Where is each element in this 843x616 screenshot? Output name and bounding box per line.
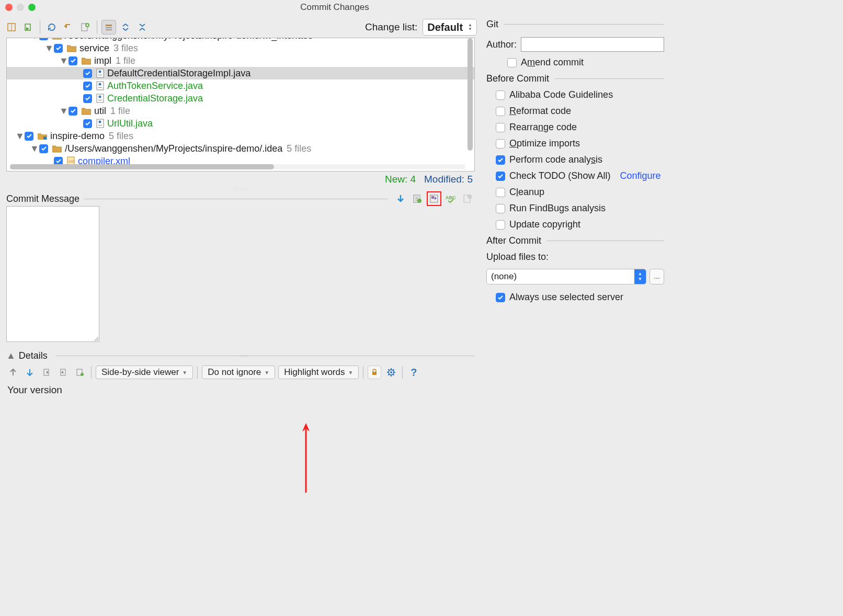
commit-message-input[interactable] [6, 206, 99, 342]
copyright-checkbox[interactable] [496, 220, 505, 230]
file-checkbox[interactable] [39, 144, 48, 153]
file-count: 1 file [110, 105, 130, 117]
tree-row[interactable]: AuthTokenService.java [7, 79, 474, 92]
revert-icon[interactable] [61, 20, 76, 35]
optimize-checkbox[interactable] [496, 139, 505, 149]
author-input[interactable] [521, 37, 664, 52]
svg-point-8 [99, 71, 101, 73]
prev-change-icon[interactable] [6, 366, 20, 379]
group-by-icon[interactable] [101, 20, 116, 35]
svg-rect-15 [98, 100, 102, 100]
svg-rect-4 [106, 25, 112, 26]
collapse-all-icon[interactable] [135, 20, 150, 35]
jump-to-source-icon[interactable] [73, 366, 87, 379]
svg-point-23 [417, 199, 422, 203]
svg-text:xml: xml [69, 159, 74, 163]
after-commit-section-label: After Commit [486, 235, 541, 246]
svg-rect-19 [43, 136, 47, 140]
tree-row[interactable]: ▼/Users/wanggenshen/MyProjects/inspire-d… [7, 142, 474, 155]
tree-row[interactable]: ▼service3 files [7, 42, 474, 54]
changelist-spinner-icon: ▲▼ [468, 23, 472, 31]
expand-icon[interactable]: ▼ [31, 38, 38, 39]
file-checkbox[interactable] [54, 44, 63, 53]
details-label: Details [19, 350, 48, 361]
reformat-checkbox[interactable] [496, 107, 505, 116]
lock-icon[interactable] [368, 366, 381, 379]
horizontal-scrollbar[interactable] [10, 164, 465, 169]
before-commit-section-label: Before Commit [486, 73, 549, 84]
your-version-label: Your version [0, 382, 481, 398]
expand-icon[interactable]: ▼ [31, 145, 38, 152]
titlebar: Commit Changes [0, 0, 669, 15]
tree-row[interactable]: ▼inspire-demo5 files [7, 130, 474, 142]
commit-message-from-vcs-icon[interactable] [427, 191, 441, 206]
svg-rect-6 [106, 29, 112, 30]
file-checkbox[interactable] [83, 69, 92, 78]
file-name: util [94, 105, 106, 117]
rearrange-checkbox[interactable] [496, 123, 505, 132]
changes-tree[interactable]: ▼/Users/wanggenshen/MyProjects/inspire-d… [6, 38, 475, 172]
changelist-select[interactable]: Default ▲▼ [423, 19, 477, 36]
tree-row[interactable]: UrlUtil.java [7, 117, 474, 130]
compare-prev-file-icon[interactable] [40, 366, 53, 379]
compare-next-file-icon[interactable] [56, 366, 70, 379]
file-name: inspire-demo [50, 130, 105, 142]
upload-to-label: Upload files to: [486, 246, 664, 266]
configure-link[interactable]: Configure [620, 170, 660, 181]
history-arrow-icon[interactable] [393, 191, 408, 206]
details-expand-icon[interactable]: ▲ [6, 350, 16, 361]
findbugs-checkbox[interactable] [496, 204, 505, 213]
splitter-grip[interactable]: :::::: [0, 185, 481, 191]
move-to-changelist-icon[interactable] [21, 20, 36, 35]
file-checkbox[interactable] [69, 56, 77, 65]
svg-rect-7 [97, 69, 104, 77]
help-icon[interactable]: ? [407, 366, 420, 379]
file-checkbox[interactable] [83, 119, 92, 128]
clear-message-icon [460, 191, 475, 206]
expand-icon[interactable]: ▼ [60, 57, 67, 64]
expand-icon[interactable]: ▼ [16, 132, 24, 140]
next-change-icon[interactable] [23, 366, 37, 379]
highlight-mode-select[interactable]: Highlight words▼ [278, 366, 359, 379]
ignore-mode-select[interactable]: Do not ignore▼ [202, 366, 275, 379]
file-count: 3 files [113, 42, 138, 54]
tree-row[interactable]: ▼util1 file [7, 105, 474, 117]
file-checkbox[interactable] [25, 132, 33, 141]
svg-point-36 [390, 371, 392, 373]
upload-server-browse-button[interactable]: … [650, 269, 664, 284]
tree-row[interactable]: CredentialStorage.java [7, 92, 474, 105]
alibaba-checkbox[interactable] [496, 90, 505, 100]
show-diff-icon[interactable] [4, 20, 19, 35]
tree-row[interactable]: ▼/Users/wanggenshen/MyProjects/inspire-d… [7, 38, 474, 42]
file-checkbox[interactable] [39, 38, 48, 40]
file-name: impl [94, 54, 111, 67]
details-section-header[interactable]: ▲ Details :::::: [0, 349, 481, 362]
todo-checkbox[interactable] [496, 172, 505, 181]
refresh-icon[interactable] [44, 20, 59, 35]
viewer-mode-select[interactable]: Side-by-side viewer▼ [96, 366, 193, 379]
cleanup-checkbox[interactable] [496, 188, 505, 197]
svg-point-28 [468, 195, 472, 199]
upload-server-select[interactable]: (none) ▲▼ [486, 269, 646, 284]
svg-rect-9 [98, 75, 102, 75]
amend-checkbox[interactable] [507, 58, 517, 67]
settings-gear-icon[interactable] [384, 366, 398, 379]
vertical-scrollbar[interactable] [468, 38, 473, 166]
tree-row[interactable]: DefaultCredentialStorageImpl.java [7, 67, 474, 79]
always-server-checkbox[interactable] [496, 293, 505, 302]
file-name: AuthTokenService.java [107, 79, 203, 92]
tree-row[interactable]: ▼impl1 file [7, 54, 474, 67]
file-checkbox[interactable] [83, 94, 92, 103]
expand-icon[interactable]: ▼ [45, 44, 53, 52]
file-checkbox[interactable] [83, 82, 92, 90]
svg-rect-10 [97, 82, 104, 90]
analysis-checkbox[interactable] [496, 155, 505, 165]
upload-select-arrows-icon: ▲▼ [634, 269, 646, 284]
new-changelist-icon[interactable] [78, 20, 93, 35]
file-checkbox[interactable] [69, 107, 77, 116]
expand-all-icon[interactable] [118, 20, 133, 35]
expand-icon[interactable]: ▼ [60, 107, 67, 115]
spell-check-icon[interactable]: ABC [443, 191, 458, 206]
commit-message-history-icon[interactable] [410, 191, 425, 206]
file-count: 5 files [287, 142, 311, 155]
